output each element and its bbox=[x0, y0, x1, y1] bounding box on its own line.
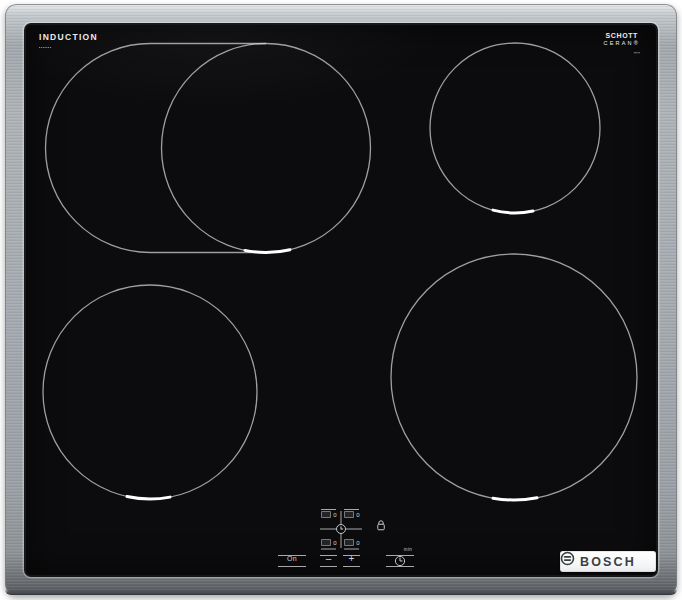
zone-top-left-outline bbox=[162, 44, 371, 253]
zone-display-window bbox=[344, 539, 354, 546]
induction-branding: INDUCTION ▪▪▪▪▪▪▪ bbox=[39, 32, 98, 50]
zone-select-key-bottom-left[interactable]: 0 bbox=[319, 536, 339, 549]
zone-display-value: 0 bbox=[356, 540, 359, 546]
schott-logo-line2: CERAN® bbox=[603, 40, 640, 46]
schott-logo-line1: SCHOTT bbox=[603, 32, 640, 39]
schott-ceran-logo: SCHOTT CERAN® ▪▪▪▪▪ bbox=[603, 32, 640, 55]
zone-bottom-left-marker bbox=[127, 497, 170, 499]
zone-select-key-top-right[interactable]: 0 bbox=[342, 508, 362, 521]
bosch-logo-badge: BOSCH bbox=[560, 551, 656, 572]
timer-select-key[interactable] bbox=[333, 521, 349, 537]
zone-marker-arcs bbox=[127, 210, 537, 500]
zone-display-value: 0 bbox=[333, 512, 336, 518]
ceramic-glass-surface: INDUCTION ▪▪▪▪▪▪▪ SCHOTT CERAN® ▪▪▪▪▪ 0 … bbox=[26, 25, 656, 575]
cooktop-graphics bbox=[26, 25, 656, 575]
induction-label: INDUCTION bbox=[39, 32, 98, 42]
child-lock-key[interactable] bbox=[373, 517, 388, 532]
schott-small-print: ▪▪▪▪▪ bbox=[603, 51, 640, 55]
zone-bottom-right-marker bbox=[493, 498, 537, 500]
timer-key[interactable] bbox=[386, 552, 414, 565]
bosch-logo-icon bbox=[560, 551, 575, 566]
minus-key[interactable]: – bbox=[320, 550, 337, 566]
zone-select-key-top-left[interactable]: 0 bbox=[319, 508, 339, 521]
power-on-key[interactable]: On bbox=[278, 552, 306, 565]
zone-display-value: 0 bbox=[356, 512, 359, 518]
product-photo: INDUCTION ▪▪▪▪▪▪▪ SCHOTT CERAN® ▪▪▪▪▪ 0 … bbox=[0, 0, 682, 600]
zone-front-left-extension-outline bbox=[45, 44, 266, 253]
timer-minutes-label: min bbox=[386, 547, 412, 552]
zone-bottom-right-outline bbox=[391, 254, 637, 500]
zone-select-key-bottom-right[interactable]: 0 bbox=[342, 536, 362, 549]
bosch-logo-text: BOSCH bbox=[580, 555, 636, 569]
model-small-print: ▪▪▪▪▪▪▪ bbox=[39, 45, 98, 50]
cooking-zone-rings bbox=[43, 43, 637, 500]
cooktop-stainless-frame: INDUCTION ▪▪▪▪▪▪▪ SCHOTT CERAN® ▪▪▪▪▪ 0 … bbox=[5, 4, 677, 595]
zone-display-value: 0 bbox=[333, 540, 336, 546]
plus-key[interactable]: + bbox=[343, 550, 360, 566]
zone-top-left-marker bbox=[245, 250, 290, 253]
zone-display-window bbox=[321, 511, 331, 518]
zone-display-window bbox=[344, 511, 354, 518]
zone-top-right-outline bbox=[430, 43, 600, 213]
zone-display-window bbox=[321, 539, 331, 546]
zone-top-right-marker bbox=[493, 210, 533, 213]
zone-bottom-left-outline bbox=[43, 285, 257, 499]
